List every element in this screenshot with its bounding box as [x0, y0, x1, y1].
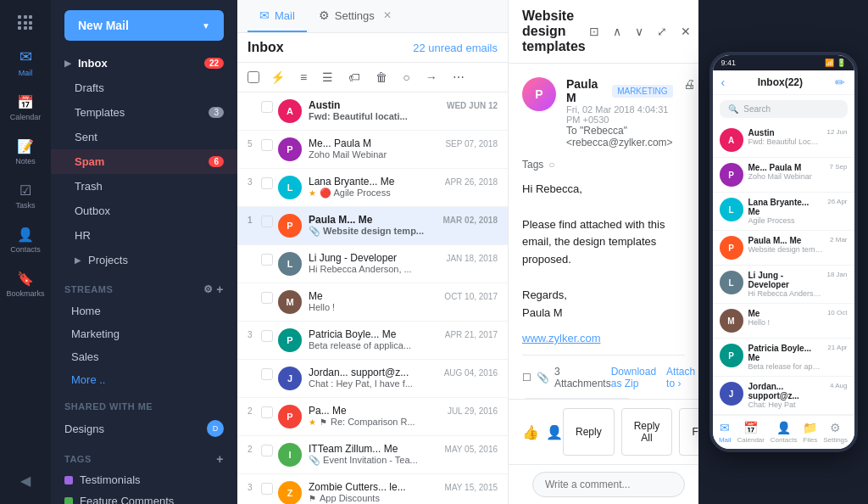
- add-tag-inline-btn[interactable]: ○: [548, 159, 554, 171]
- print-btn[interactable]: 🖨: [683, 77, 695, 91]
- add-stream-btn[interactable]: +: [216, 283, 224, 296]
- popout-btn[interactable]: ⤢: [654, 21, 670, 42]
- phone-compose-btn[interactable]: ✏: [835, 76, 845, 89]
- new-mail-button[interactable]: New Mail ▼: [64, 10, 224, 41]
- phone-mail-item[interactable]: A Austin Fwd: Beautiful Locations 12 Jun: [713, 123, 854, 158]
- sidebar-item-tasks[interactable]: ☑ Tasks: [0, 176, 51, 216]
- mail-list-panel: ✉ Mail ⚙ Settings ✕ Inbox 22 unread emai…: [237, 0, 509, 504]
- follow-btn[interactable]: 👤: [546, 424, 563, 440]
- phone-tab-files[interactable]: 📁 Files: [803, 421, 817, 444]
- add-tag-btn[interactable]: +: [216, 452, 224, 466]
- email-link[interactable]: www.zylker.com: [522, 332, 685, 344]
- like-btn[interactable]: 👍: [522, 424, 539, 440]
- filter-btn[interactable]: ⚡: [266, 68, 289, 87]
- phone-tab-calendar[interactable]: 📅 Calendar: [737, 421, 764, 444]
- mail-item[interactable]: 2 P Pa... Me JUL 29, 2016 ★ ⚑ Re: Compar…: [237, 398, 508, 436]
- select-all-checkbox[interactable]: [248, 71, 259, 83]
- mail-checkbox[interactable]: [261, 292, 273, 304]
- sidebar-item-calendar[interactable]: 📅 Calendar: [0, 87, 51, 128]
- sidebar-item-collapse[interactable]: ◀: [17, 466, 34, 496]
- mail-checkbox[interactable]: [261, 177, 273, 189]
- reply-all-btn[interactable]: Reply All: [621, 408, 673, 456]
- phone-sender-avatar: J: [720, 382, 743, 406]
- phone-tab-settings[interactable]: ⚙ Settings: [823, 421, 848, 444]
- mail-item[interactable]: 3 P Patricia Boyle... Me APR 21, 2017 Be…: [237, 322, 508, 360]
- unread-count[interactable]: 22 unread emails: [413, 42, 498, 54]
- sidebar-item-contacts[interactable]: 👤 Contacts: [0, 220, 51, 260]
- mail-item[interactable]: 5 P Me... Paula M SEP 07, 2018 Zoho Mail…: [237, 131, 508, 169]
- mail-item[interactable]: A Austin WED JUN 12 Fwd: Beautiful locat…: [237, 92, 508, 131]
- prev-btn[interactable]: ∧: [609, 21, 625, 42]
- sidebar-item-inbox[interactable]: ▶ Inbox 22: [51, 51, 237, 76]
- sidebar-item-templates[interactable]: Templates 3: [51, 100, 237, 125]
- tab-settings[interactable]: ⚙ Settings ✕: [307, 0, 403, 32]
- mail-checkbox[interactable]: [261, 483, 273, 495]
- sidebar-item-projects[interactable]: ▶ Projects: [51, 248, 237, 272]
- close-tab-btn[interactable]: ✕: [383, 9, 392, 21]
- phone-mail-item[interactable]: M Me Hello ! 10 Oct: [713, 304, 854, 339]
- delete-btn[interactable]: 🗑: [371, 68, 392, 87]
- phone-back-btn[interactable]: ‹: [721, 76, 726, 89]
- close-reader-btn[interactable]: ✕: [677, 21, 694, 42]
- shared-designs[interactable]: Designs D: [51, 415, 237, 442]
- mail-checkbox[interactable]: [261, 445, 273, 456]
- sidebar-item-drafts[interactable]: Drafts: [51, 76, 237, 100]
- config-icon[interactable]: ⚙: [203, 283, 214, 295]
- phone-mail-item[interactable]: P Me... Paula M Zoho Mail Webinar 7 Sep: [713, 158, 854, 193]
- mail-checkbox[interactable]: [261, 101, 273, 113]
- tag-testimonials[interactable]: Testimonials: [51, 469, 237, 490]
- mail-item[interactable]: 3 L Lana Bryante... Me APR 26, 2018 ★ 🔴 …: [237, 169, 508, 207]
- phone-tab-mail[interactable]: ✉ Mail: [719, 421, 732, 444]
- mail-item[interactable]: J Jordan... support@z... AUG 04, 2016 Ch…: [237, 360, 508, 398]
- more-btn[interactable]: ⋯: [448, 68, 469, 87]
- mail-item[interactable]: M Me OCT 10, 2017 Hello !: [237, 283, 508, 322]
- mail-checkbox[interactable]: [261, 330, 273, 342]
- next-btn[interactable]: ∨: [632, 21, 647, 42]
- mail-checkbox[interactable]: [261, 216, 273, 227]
- sidebar-item-sent[interactable]: Sent: [51, 125, 237, 149]
- mail-item-content: Me... Paula M SEP 07, 2018 Zoho Mail Web…: [309, 137, 498, 160]
- move-btn[interactable]: →: [421, 68, 442, 87]
- mail-item[interactable]: 3 Z Zombie Cutters... le... MAY 15, 2015…: [237, 474, 508, 504]
- reply-btn[interactable]: Reply: [563, 408, 615, 456]
- phone-mail-item[interactable]: P Paula M... Me Website design templates…: [713, 231, 854, 266]
- sort-btn[interactable]: ☰: [318, 68, 337, 87]
- mail-item[interactable]: L Li Jung - Developer JAN 18, 2018 Hi Re…: [237, 245, 508, 283]
- attach-to-btn[interactable]: Attach to ›: [666, 366, 695, 389]
- phone-search-bar[interactable]: 🔍 Search: [720, 100, 848, 118]
- forward-btn[interactable]: Forward: [679, 408, 698, 456]
- label-btn[interactable]: 🏷: [344, 68, 364, 87]
- mail-checkbox[interactable]: [261, 368, 273, 380]
- mail-checkbox[interactable]: [261, 406, 273, 418]
- mail-checkbox[interactable]: [261, 139, 273, 151]
- phone-time: 9:41: [721, 59, 737, 67]
- minimize-btn[interactable]: ⊡: [586, 21, 603, 42]
- sidebar-item-notes[interactable]: 📝 Notes: [0, 132, 51, 172]
- sidebar-item-bookmarks[interactable]: 🔖 Bookmarks: [0, 264, 51, 305]
- mail-item[interactable]: 1 P Paula M... Me MAR 02, 2018 📎 Website…: [237, 207, 508, 245]
- mail-item[interactable]: 2 I ITTeam Zillum... Me MAY 05, 2016 📎 E…: [237, 436, 508, 474]
- view-btn[interactable]: ≡: [296, 68, 311, 87]
- download-zip-btn[interactable]: Download as Zip: [611, 366, 656, 389]
- sidebar-item-trash[interactable]: Trash: [51, 174, 237, 199]
- sidebar-item-spam[interactable]: Spam 6: [51, 149, 237, 174]
- phone-mail-item[interactable]: L Li Jung - Developer Hi Rebecca Anderso…: [713, 266, 854, 304]
- stream-marketing[interactable]: Marketing: [51, 322, 237, 345]
- sidebar-item-outbox[interactable]: Outbox: [51, 199, 237, 223]
- stream-home[interactable]: Home: [51, 300, 237, 322]
- tag-feature-comments[interactable]: Feature Comments: [51, 490, 237, 504]
- phone-mail-item[interactable]: L Lana Bryante... Me Agile Process 26 Ap…: [713, 193, 854, 231]
- stream-more[interactable]: More ..: [51, 368, 237, 391]
- comment-input[interactable]: [532, 472, 685, 497]
- tab-mail[interactable]: ✉ Mail: [248, 0, 307, 32]
- sidebar-item-hr[interactable]: HR: [51, 223, 237, 248]
- mail-checkbox[interactable]: [261, 254, 273, 266]
- phone-mail-info: Paula M... Me Website design templates: [748, 236, 826, 254]
- phone-mail-item[interactable]: P Patricia Boyle... Me Beta release for …: [713, 339, 854, 377]
- mark-btn[interactable]: ○: [398, 68, 414, 87]
- sidebar-item-mail[interactable]: ✉ Mail: [0, 41, 51, 84]
- phone-mail-item[interactable]: J Jordan... support@z... Chat: Hey Pat 4…: [713, 377, 854, 415]
- stream-sales[interactable]: Sales: [51, 345, 237, 368]
- phone-tab-contacts[interactable]: 👤 Contacts: [771, 421, 798, 444]
- sidebar-item-apps[interactable]: [0, 8, 51, 37]
